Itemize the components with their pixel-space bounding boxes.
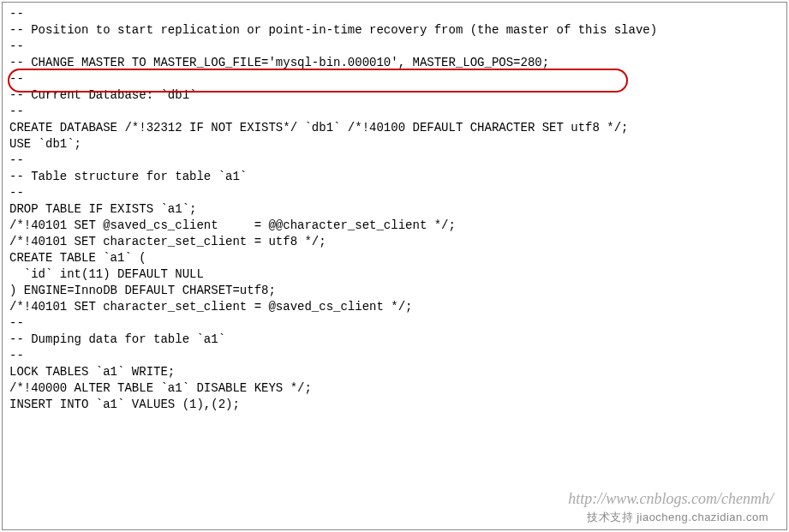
code-line: -- xyxy=(9,6,780,22)
code-line: CREATE TABLE `a1` ( xyxy=(9,250,780,266)
code-line: `id` int(11) DEFAULT NULL xyxy=(9,266,780,283)
code-line: ) ENGINE=InnoDB DEFAULT CHARSET=utf8; xyxy=(9,283,780,299)
code-line: -- xyxy=(9,104,780,120)
code-line: LOCK TABLES `a1` WRITE; xyxy=(9,364,780,380)
code-line: /*!40101 SET character_set_client = utf8… xyxy=(9,234,780,250)
code-line: -- xyxy=(9,185,780,201)
code-line: -- xyxy=(9,348,780,364)
code-line: /*!40101 SET @saved_cs_client = @@charac… xyxy=(9,218,780,234)
code-line: -- xyxy=(9,315,780,332)
code-line: -- Position to start replication or poin… xyxy=(9,22,780,39)
code-line-highlighted: -- CHANGE MASTER TO MASTER_LOG_FILE='mys… xyxy=(9,55,780,71)
code-line: DROP TABLE IF EXISTS `a1`; xyxy=(9,201,780,218)
code-line: -- Dumping data for table `a1` xyxy=(9,332,780,348)
code-line: -- Table structure for table `a1` xyxy=(9,169,780,185)
code-line: -- xyxy=(9,152,780,169)
sql-dump-container: -- -- Position to start replication or p… xyxy=(2,2,787,530)
code-line: -- xyxy=(9,71,780,87)
code-line: /*!40101 SET character_set_client = @sav… xyxy=(9,299,780,315)
code-line: /*!40000 ALTER TABLE `a1` DISABLE KEYS *… xyxy=(9,380,780,397)
code-line: INSERT INTO `a1` VALUES (1),(2); xyxy=(9,397,780,413)
code-line: USE `db1`; xyxy=(9,136,780,152)
code-line: -- xyxy=(9,39,780,55)
code-line: -- Current Database: `db1` xyxy=(9,87,780,104)
code-line: CREATE DATABASE /*!32312 IF NOT EXISTS*/… xyxy=(9,120,780,136)
